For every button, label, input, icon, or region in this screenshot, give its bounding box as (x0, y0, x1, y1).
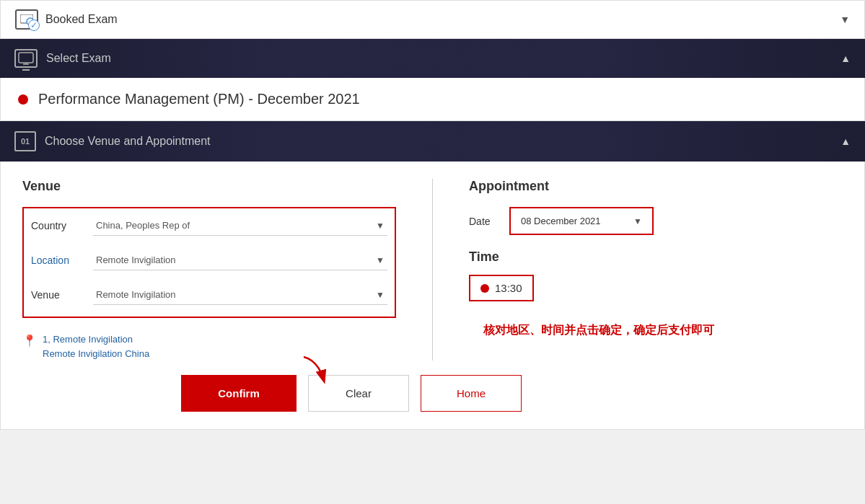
confirm-button[interactable]: Confirm (181, 375, 297, 412)
location-pin-icon: 📍 (22, 334, 37, 348)
calendar-icon: 01 (14, 131, 36, 151)
address-section: 📍 1, Remote Invigilation Remote Invigila… (22, 332, 396, 361)
booked-exam-icon: ✓ (15, 9, 38, 30)
appointment-header: Appointment (469, 179, 843, 194)
address-line1: 1, Remote Invigilation (43, 332, 149, 347)
time-dot (480, 284, 489, 293)
date-arrow-icon: ▼ (633, 216, 642, 226)
address-line2: Remote Invigilation China (43, 347, 149, 361)
time-header: Time (469, 249, 843, 265)
performance-row: Performance Management (PM) - December 2… (0, 78, 865, 121)
venue-box: Country China, Peoples Rep of ▼ Location… (22, 207, 396, 318)
venue-column: Venue Country China, Peoples Rep of ▼ Lo… (22, 179, 396, 361)
column-divider (432, 179, 433, 361)
page-container: ✓ Booked Exam ▼ Select Exam ▲ Performanc… (0, 0, 865, 430)
select-exam-left: Select Exam (14, 49, 111, 68)
location-value: Remote Invigilation (96, 255, 176, 265)
select-exam-banner: Select Exam ▲ (0, 39, 865, 78)
booked-exam-title: Booked Exam (45, 13, 118, 26)
venue-banner-left: 01 Choose Venue and Appointment (14, 131, 211, 151)
buttons-container: Confirm Clear Home (181, 375, 522, 412)
date-value: 08 December 2021 (521, 216, 601, 226)
time-box: 13:30 (469, 275, 534, 301)
main-content: Venue Country China, Peoples Rep of ▼ Lo… (0, 162, 865, 430)
country-select[interactable]: China, Peoples Rep of ▼ (93, 216, 387, 236)
performance-title: Performance Management (PM) - December 2… (38, 91, 360, 107)
venue-group: Venue Remote Invigilation ▼ (31, 285, 387, 305)
location-label: Location (31, 255, 82, 266)
venue-select[interactable]: Remote Invigilation ▼ (93, 285, 387, 305)
venue-header: Venue (22, 179, 396, 194)
location-group: Location Remote Invigilation ▼ (31, 250, 387, 270)
date-group: Date 08 December 2021 ▼ (469, 207, 843, 235)
venue-banner: 01 Choose Venue and Appointment ▲ (0, 121, 865, 162)
venue-value: Remote Invigilation (96, 289, 176, 300)
venue-banner-title: Choose Venue and Appointment (45, 135, 211, 148)
performance-dot (18, 94, 28, 105)
date-label: Date (469, 216, 498, 227)
svg-text:✓: ✓ (28, 19, 33, 25)
instruction-text: 核对地区、时间并点击确定，确定后支付即可 (483, 324, 714, 336)
country-group: Country China, Peoples Rep of ▼ (31, 216, 387, 236)
address-text: 1, Remote Invigilation Remote Invigilati… (43, 332, 149, 361)
location-arrow-icon: ▼ (376, 255, 385, 265)
country-value: China, Peoples Rep of (96, 220, 190, 231)
time-value: 13:30 (495, 282, 522, 294)
date-select[interactable]: 08 December 2021 ▼ (509, 207, 654, 235)
monitor-icon (14, 49, 38, 68)
home-button[interactable]: Home (421, 375, 522, 412)
venue-label: Venue (31, 289, 82, 301)
two-column-layout: Venue Country China, Peoples Rep of ▼ Lo… (22, 179, 843, 361)
booked-exam-chevron[interactable]: ▼ (840, 14, 850, 25)
booked-exam-section: ✓ Booked Exam ▼ (0, 0, 865, 39)
confirm-arrow (297, 353, 333, 392)
location-select[interactable]: Remote Invigilation ▼ (93, 250, 387, 270)
booked-exam-left: ✓ Booked Exam (15, 9, 118, 30)
svg-rect-3 (19, 53, 33, 63)
venue-arrow-icon: ▼ (376, 290, 385, 300)
country-label: Country (31, 220, 82, 231)
country-arrow-icon: ▼ (376, 221, 385, 231)
time-section: Time 13:30 (469, 249, 843, 301)
venue-banner-chevron[interactable]: ▲ (840, 136, 851, 147)
select-exam-chevron[interactable]: ▲ (840, 53, 851, 64)
appointment-column: Appointment Date 08 December 2021 ▼ Time… (469, 179, 843, 361)
select-exam-title: Select Exam (46, 52, 111, 65)
